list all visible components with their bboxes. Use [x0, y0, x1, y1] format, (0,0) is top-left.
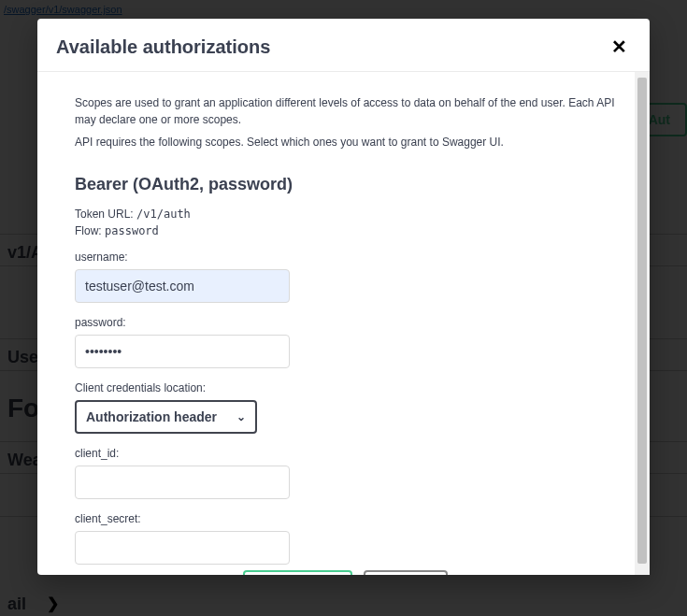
token-url-row: Token URL: /v1/auth — [75, 208, 616, 221]
username-input[interactable] — [75, 269, 290, 303]
scopes-description: Scopes are used to grant an application … — [75, 94, 616, 128]
modal-title: Available authorizations — [56, 36, 270, 58]
client-credentials-location-label: Client credentials location: — [75, 381, 616, 394]
scheme-heading: Bearer (OAuth2, password) — [75, 175, 616, 194]
authorization-modal: Available authorizations ✕ Scopes are us… — [37, 19, 650, 575]
select-value: Authorization header — [86, 409, 217, 424]
modal-header: Available authorizations ✕ — [37, 19, 650, 72]
flow-row: Flow: password — [75, 224, 616, 237]
client-credentials-location-select[interactable]: Authorization header ⌄ — [75, 400, 257, 434]
token-url-label: Token URL: — [75, 208, 134, 221]
token-url-value: /v1/auth — [136, 208, 191, 221]
flow-label: Flow: — [75, 224, 102, 237]
modal-footer: Authorize Close — [75, 565, 616, 575]
close-icon[interactable]: ✕ — [608, 36, 631, 58]
scopes-requirement: API requires the following scopes. Selec… — [75, 134, 616, 150]
password-label: password: — [75, 316, 616, 329]
username-label: username: — [75, 251, 616, 264]
client-id-input[interactable] — [75, 466, 290, 499]
close-button[interactable]: Close — [364, 570, 448, 575]
chevron-down-icon: ⌄ — [236, 410, 246, 423]
flow-value: password — [105, 224, 159, 237]
authorize-button[interactable]: Authorize — [243, 570, 352, 575]
password-input[interactable] — [75, 335, 290, 368]
client-id-label: client_id: — [75, 447, 616, 460]
scrollbar[interactable] — [635, 72, 650, 575]
modal-body: Scopes are used to grant an application … — [37, 72, 635, 575]
client-secret-label: client_secret: — [75, 512, 616, 525]
scrollbar-thumb[interactable] — [637, 78, 647, 564]
client-secret-input[interactable] — [75, 531, 290, 565]
